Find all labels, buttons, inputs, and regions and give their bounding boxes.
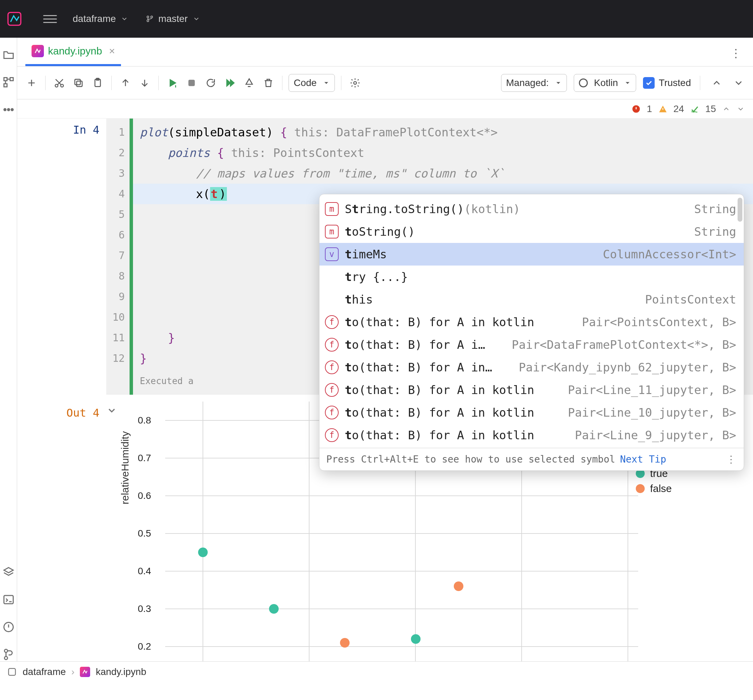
completion-return-type: Pair<PointsContext, B> <box>582 312 736 332</box>
terminal-icon[interactable] <box>2 593 16 606</box>
chevron-down-icon <box>193 15 200 23</box>
code-token: } <box>140 352 147 365</box>
expand-down-button[interactable] <box>731 75 746 90</box>
completion-item[interactable]: fto(that: B) for A in kotlinPair<PointsC… <box>319 311 744 334</box>
completion-text: to(that: B) for A in kotlin <box>345 447 569 448</box>
completion-text: to(that: B) for A in kotlin <box>345 425 569 446</box>
footer-hint: Press Ctrl+Alt+E to see how to use selec… <box>326 449 615 470</box>
main-menu-icon[interactable] <box>43 12 57 26</box>
problems-icon[interactable] <box>2 620 16 634</box>
footer-more-icon[interactable]: ⋮ <box>726 449 737 470</box>
chevron-down-icon[interactable] <box>737 105 745 113</box>
svg-point-3 <box>151 16 153 18</box>
line-number: 3 <box>106 163 125 184</box>
breadcrumb-file[interactable]: kandy.ipynb <box>95 666 146 677</box>
data-point <box>411 634 420 644</box>
completion-item[interactable]: thisPointsContext <box>319 288 744 311</box>
paste-button[interactable] <box>90 75 105 90</box>
completion-popup: mString.toString() (kotlin)StringmtoStri… <box>319 194 744 471</box>
data-point <box>269 604 279 614</box>
completion-kind-icon: f <box>325 406 339 419</box>
completion-text: this <box>345 289 639 310</box>
vcs-branch-dropdown[interactable]: master <box>144 11 202 27</box>
completion-return-type: Pair<Line_9_jupyter, B> <box>575 425 736 446</box>
completion-item[interactable]: fto(that: B) for A i…Pair<DataFramePlotC… <box>319 334 744 356</box>
y-tick-label: 0.2 <box>138 641 151 652</box>
cut-button[interactable] <box>52 75 67 90</box>
collapse-output-icon[interactable] <box>106 405 117 416</box>
code-cell: In 4 123456789101112 plot(simpleDataset)… <box>17 118 753 395</box>
notebook-settings-button[interactable] <box>348 75 362 90</box>
typo-icon[interactable] <box>690 104 699 114</box>
breadcrumb-project[interactable]: dataframe <box>23 666 66 677</box>
completion-kind-icon <box>325 270 339 284</box>
error-count: 1 <box>647 103 652 114</box>
add-cell-button[interactable] <box>24 75 39 90</box>
svg-point-12 <box>5 649 8 652</box>
line-number: 9 <box>106 287 125 307</box>
completion-kind-icon: m <box>325 202 339 216</box>
completion-return-type: Pair<DataFramePlotContext<*>, B> <box>512 334 736 355</box>
svg-point-21 <box>354 81 356 84</box>
completion-item[interactable]: mtoString()String <box>319 220 744 243</box>
completion-item[interactable]: mString.toString() (kotlin)String <box>319 198 744 220</box>
delete-cell-button[interactable] <box>261 75 276 90</box>
scrollbar-thumb[interactable] <box>737 198 742 222</box>
y-tick-label: 0.3 <box>138 603 151 614</box>
svg-rect-16 <box>77 81 82 86</box>
completion-item[interactable]: fto(that: B) for A in kotlinPair<Line_11… <box>319 379 744 401</box>
chevron-up-icon[interactable] <box>722 105 730 113</box>
notebook-icon <box>80 667 90 677</box>
completion-item[interactable]: fto(that: B) for A in kotlinPair<Line_10… <box>319 401 744 424</box>
services-icon[interactable] <box>2 565 16 579</box>
tab-filename: kandy.ipynb <box>48 45 102 57</box>
move-cell-up-button[interactable] <box>118 75 133 90</box>
run-cell-button[interactable] <box>165 75 180 90</box>
svg-point-8 <box>8 109 9 111</box>
version-control-icon[interactable] <box>2 648 16 661</box>
restart-button[interactable] <box>203 75 218 90</box>
project-icon <box>7 667 17 677</box>
cell-type-dropdown[interactable]: Code <box>289 74 335 92</box>
completion-item[interactable]: fto(that: B) for A in…Pair<Kandy_ipynb_6… <box>319 356 744 379</box>
svg-rect-10 <box>4 596 13 604</box>
warning-icon[interactable] <box>658 104 667 114</box>
tab-options-icon[interactable]: ⋮ <box>730 46 753 66</box>
folder-icon[interactable] <box>2 48 16 62</box>
trusted-toggle[interactable]: Trusted <box>643 77 691 89</box>
separator <box>282 76 283 90</box>
clear-outputs-button[interactable] <box>242 75 257 90</box>
code-editor[interactable]: plot(simpleDataset) { this: DataFramePlo… <box>133 118 753 395</box>
more-icon[interactable] <box>2 103 16 117</box>
trusted-label: Trusted <box>659 78 691 89</box>
editor-tabs: kandy.ipynb × ⋮ <box>17 38 753 67</box>
completion-item[interactable]: fto(that: B) for A in kotlinPair<Line_9_… <box>319 424 744 446</box>
close-icon[interactable]: × <box>109 45 115 57</box>
line-number: 1 <box>106 122 125 142</box>
next-tip-link[interactable]: Next Tip <box>620 449 666 470</box>
code-token: x <box>140 187 203 201</box>
completion-item[interactable]: fto(that: B) for A in kotlinPair<Line_8_… <box>319 446 744 448</box>
expand-up-button[interactable] <box>709 75 724 90</box>
error-icon[interactable] <box>632 104 641 114</box>
kernel-dropdown[interactable]: Kotlin <box>574 74 636 92</box>
managed-label: Managed: <box>506 78 549 89</box>
legend-label: false <box>650 483 672 494</box>
managed-dropdown[interactable]: Managed: <box>501 74 567 92</box>
chevron-down-icon <box>555 80 562 86</box>
line-number: 11 <box>106 327 125 348</box>
completion-list[interactable]: mString.toString() (kotlin)StringmtoStri… <box>319 194 744 448</box>
stop-button[interactable] <box>184 75 199 90</box>
structure-icon[interactable] <box>2 75 16 89</box>
notebook-area: In 4 123456789101112 plot(simpleDataset)… <box>17 118 753 661</box>
completion-kind-icon: f <box>325 360 339 374</box>
run-all-button[interactable] <box>222 75 237 90</box>
project-dropdown[interactable]: dataframe <box>70 11 130 27</box>
completion-item[interactable]: vtimeMsColumnAccessor<Int> <box>319 243 744 265</box>
separator <box>700 76 700 90</box>
completion-item[interactable]: try {...} <box>319 265 744 288</box>
code-comment: // maps values from "time, ms" column to… <box>140 167 505 180</box>
tab-kandy[interactable]: kandy.ipynb × <box>25 40 121 66</box>
copy-button[interactable] <box>71 75 86 90</box>
move-cell-down-button[interactable] <box>137 75 152 90</box>
